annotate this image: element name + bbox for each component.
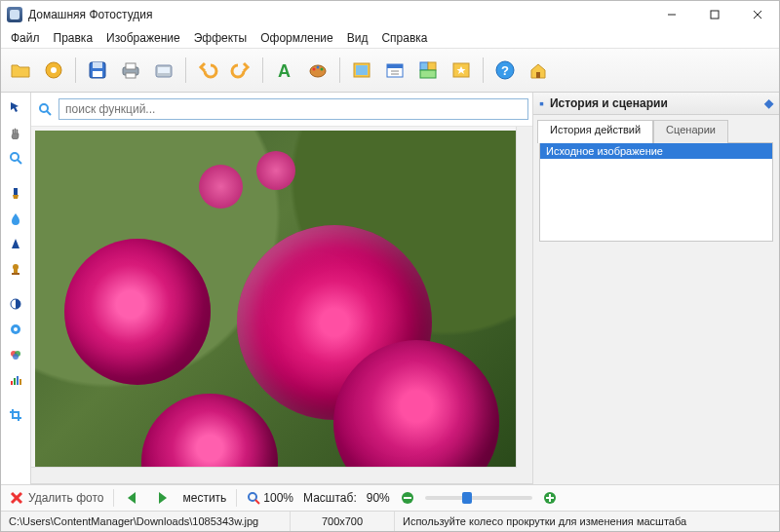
menu-file[interactable]: Файл bbox=[5, 29, 46, 47]
home-icon[interactable] bbox=[525, 57, 552, 84]
catalog-icon[interactable] bbox=[40, 57, 67, 84]
zoom-100-button[interactable]: 100% bbox=[247, 491, 293, 505]
svg-rect-1 bbox=[711, 11, 719, 19]
bud-1 bbox=[199, 165, 243, 209]
drop-tool-icon[interactable] bbox=[5, 208, 26, 229]
menubar: Файл Правка Изображение Эффекты Оформлен… bbox=[1, 28, 779, 48]
zoom-out-button[interactable] bbox=[400, 490, 415, 506]
sharpen-tool-icon[interactable] bbox=[5, 233, 26, 254]
svg-rect-11 bbox=[126, 73, 136, 78]
scale-label: Масштаб: bbox=[303, 491, 357, 505]
menu-effects[interactable]: Эффекты bbox=[188, 29, 254, 47]
panel-toggle-icon[interactable]: ▪ bbox=[539, 95, 544, 111]
palette-icon[interactable] bbox=[304, 57, 332, 84]
separator bbox=[339, 57, 340, 83]
contrast-tool-icon[interactable] bbox=[5, 293, 26, 315]
zoom-slider[interactable] bbox=[425, 496, 532, 500]
open-folder-icon[interactable] bbox=[7, 57, 34, 84]
crop-tool-icon[interactable] bbox=[5, 404, 26, 426]
image-canvas[interactable] bbox=[35, 131, 517, 468]
history-item[interactable]: Исходное изображение bbox=[540, 143, 772, 159]
search-icon[interactable] bbox=[35, 99, 55, 119]
fit-button[interactable]: местить bbox=[182, 491, 226, 505]
svg-rect-37 bbox=[12, 273, 20, 275]
right-panel: ▪ История и сценарии ◆ История действий … bbox=[532, 93, 779, 484]
center-column bbox=[31, 93, 532, 484]
gradient-tool-icon[interactable] bbox=[5, 319, 26, 340]
svg-line-53 bbox=[255, 500, 259, 504]
svg-rect-8 bbox=[93, 71, 102, 77]
panel-tabs: История действий Сценарии bbox=[533, 115, 779, 142]
svg-rect-36 bbox=[14, 269, 18, 273]
undo-icon[interactable] bbox=[194, 57, 221, 84]
prev-button[interactable] bbox=[124, 490, 143, 506]
close-button[interactable] bbox=[736, 1, 779, 28]
zoom-slider-thumb[interactable] bbox=[462, 492, 472, 504]
maximize-button[interactable] bbox=[693, 1, 736, 28]
stamp-tool-icon[interactable] bbox=[5, 258, 26, 280]
body: ▪ История и сценарии ◆ История действий … bbox=[1, 93, 779, 484]
svg-rect-10 bbox=[126, 63, 136, 69]
horizontal-scrollbar[interactable] bbox=[31, 467, 517, 483]
svg-rect-47 bbox=[20, 379, 21, 385]
help-icon[interactable]: ? bbox=[491, 57, 519, 84]
tab-history[interactable]: История действий bbox=[537, 120, 653, 143]
separator bbox=[185, 57, 186, 83]
brush-tool-icon[interactable] bbox=[5, 182, 26, 204]
separator bbox=[262, 57, 263, 83]
svg-point-16 bbox=[313, 68, 316, 71]
calendar-icon[interactable] bbox=[381, 57, 409, 84]
tab-scenarios[interactable]: Сценарии bbox=[653, 120, 728, 143]
svg-point-18 bbox=[321, 68, 324, 71]
menu-edit[interactable]: Правка bbox=[48, 29, 99, 47]
panel-title: История и сценарии bbox=[550, 96, 668, 110]
left-toolbar bbox=[1, 93, 31, 484]
next-button[interactable] bbox=[153, 490, 173, 506]
svg-point-17 bbox=[317, 66, 320, 69]
zoom-tool-icon[interactable] bbox=[5, 147, 26, 169]
hand-tool-icon[interactable] bbox=[5, 122, 26, 143]
vertical-scrollbar[interactable] bbox=[516, 127, 532, 468]
flower-left bbox=[64, 239, 211, 385]
menu-view[interactable]: Вид bbox=[341, 29, 374, 47]
menu-image[interactable]: Изображение bbox=[100, 29, 186, 47]
scan-icon[interactable] bbox=[150, 57, 177, 84]
zoom-in-button[interactable] bbox=[542, 490, 558, 506]
scale-value: 90% bbox=[367, 491, 390, 505]
rgb-tool-icon[interactable] bbox=[5, 344, 26, 365]
svg-rect-7 bbox=[93, 62, 102, 68]
delete-photo-button[interactable]: Удалить фото bbox=[9, 490, 103, 506]
pointer-tool-icon[interactable] bbox=[5, 96, 26, 118]
svg-point-52 bbox=[249, 493, 256, 501]
search-row bbox=[31, 93, 532, 127]
bottom-bar: Удалить фото местить 100% Масштаб: 90% bbox=[1, 484, 779, 511]
svg-point-40 bbox=[14, 327, 18, 331]
redo-icon[interactable] bbox=[227, 57, 254, 84]
delete-icon bbox=[9, 490, 24, 506]
svg-rect-44 bbox=[11, 381, 13, 385]
minimize-button[interactable] bbox=[650, 1, 693, 28]
svg-rect-13 bbox=[158, 67, 170, 73]
text-icon[interactable]: A bbox=[271, 57, 298, 84]
menu-help[interactable]: Справка bbox=[375, 29, 433, 47]
svg-text:A: A bbox=[278, 61, 291, 81]
svg-rect-34 bbox=[14, 188, 18, 195]
svg-point-43 bbox=[13, 354, 19, 360]
frame-icon[interactable] bbox=[348, 57, 375, 84]
collage-icon[interactable] bbox=[414, 57, 442, 84]
save-icon[interactable] bbox=[84, 57, 111, 84]
svg-rect-45 bbox=[14, 378, 16, 385]
levels-tool-icon[interactable] bbox=[5, 369, 26, 391]
zoom-100-label: 100% bbox=[263, 491, 293, 505]
panel-pin-icon[interactable]: ◆ bbox=[764, 96, 773, 110]
search-input[interactable] bbox=[58, 98, 528, 120]
app-window: Домашняя Фотостудия Файл Правка Изображе… bbox=[0, 0, 780, 532]
svg-point-32 bbox=[11, 153, 19, 161]
window-title: Домашняя Фотостудия bbox=[28, 8, 650, 21]
history-list[interactable]: Исходное изображение bbox=[539, 142, 773, 242]
separator bbox=[75, 57, 76, 83]
print-icon[interactable] bbox=[117, 57, 144, 84]
star-frame-icon[interactable] bbox=[448, 57, 475, 84]
svg-rect-26 bbox=[428, 62, 436, 70]
menu-decor[interactable]: Оформление bbox=[254, 29, 338, 47]
